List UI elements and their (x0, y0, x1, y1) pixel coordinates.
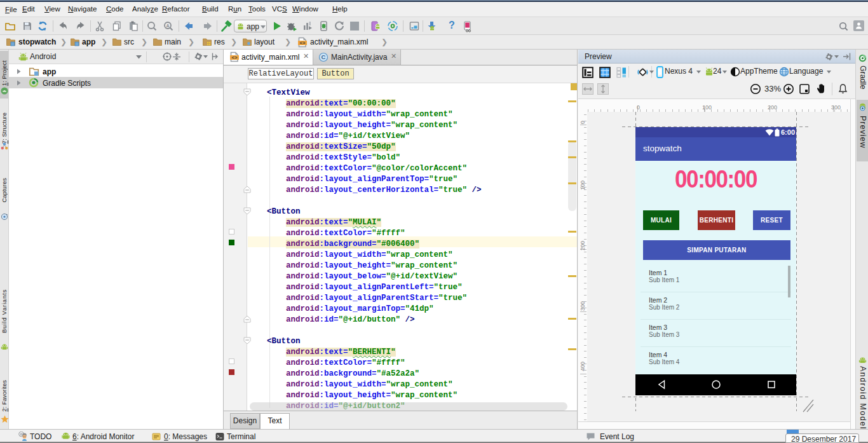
svg-text:A: A (166, 24, 169, 28)
svg-text:<>: <> (299, 41, 306, 46)
svg-text:<>: <> (231, 55, 238, 60)
svg-text:C: C (322, 53, 326, 60)
